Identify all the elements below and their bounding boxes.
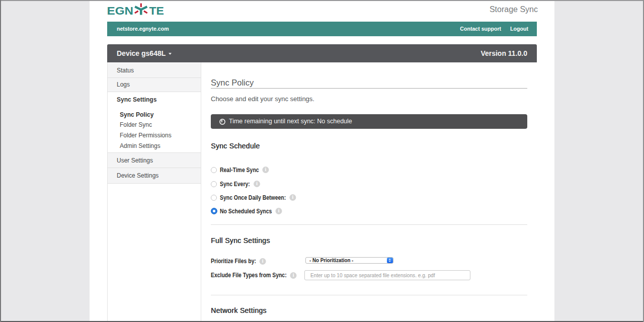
svg-text:TE: TE (149, 5, 165, 17)
svg-text:EGN: EGN (107, 5, 133, 17)
